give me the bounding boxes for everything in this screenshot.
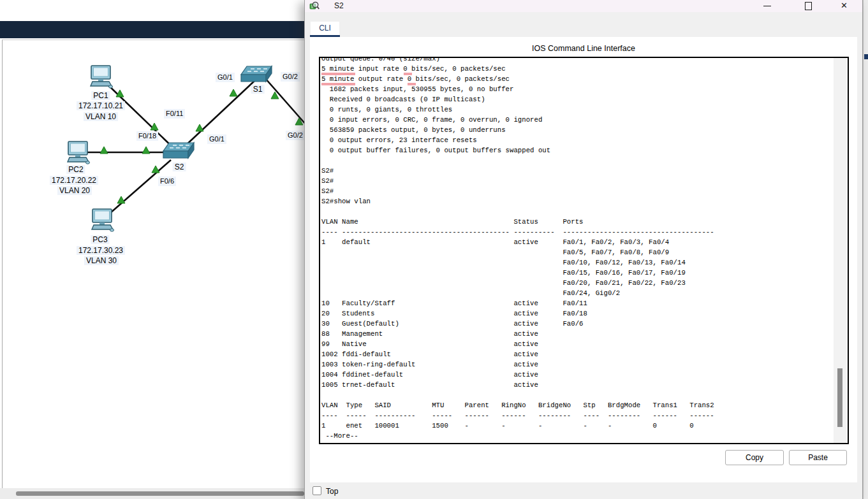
minimize-icon [763, 6, 771, 6]
device-label-pc3: PC3 [91, 235, 109, 244]
device-label-s1: S1 [251, 85, 265, 94]
annotation-underline [404, 73, 412, 75]
link-status-triangle [117, 196, 125, 203]
app-right-edge-accent [864, 54, 868, 59]
window-title: S2 [334, 1, 344, 10]
window-titlebar[interactable]: S2 ✕ [305, 0, 862, 13]
tab-bar: CLI [305, 12, 862, 37]
terminal[interactable]: Output queue: 0/40 (size/max) 5 minute i… [319, 57, 849, 444]
terminal-scrollbar[interactable] [834, 58, 846, 443]
device-ip-pc2: 172.17.20.22 [50, 176, 98, 185]
panel-heading: IOS Command Line Interface [310, 44, 857, 53]
terminal-output: Output queue: 0/40 (size/max) 5 minute i… [321, 57, 714, 441]
annotation-underline [408, 83, 416, 85]
app-right-edge [863, 0, 868, 499]
link-status-triangle [230, 89, 237, 96]
device-s1-icon[interactable] [241, 66, 272, 82]
minimize-button[interactable] [759, 0, 776, 11]
link-pc3-s2[interactable] [110, 160, 171, 213]
device-pc2-icon[interactable] [68, 141, 90, 164]
tab-cli-label: CLI [319, 24, 331, 33]
link-status-triangle [100, 147, 108, 154]
device-s2-icon[interactable] [163, 143, 194, 158]
port-label-s1-g01: G0/1 [216, 73, 235, 82]
toolbar-strip [0, 21, 304, 38]
tab-cli[interactable]: CLI [311, 22, 339, 35]
port-label-f06: F0/6 [158, 177, 176, 186]
port-label-east-g02: G0/2 [286, 131, 305, 140]
copy-button[interactable]: Copy [725, 450, 784, 465]
annotation-underline [321, 83, 355, 85]
link-status-triangle [142, 147, 150, 154]
port-label-s2-g01: G0/1 [207, 134, 226, 144]
link-status-triangle [152, 166, 159, 173]
window-icon [309, 1, 320, 11]
device-vlan-pc1: VLAN 10 [84, 112, 118, 121]
device-label-pc2: PC2 [66, 165, 85, 174]
window-footer: Top [305, 482, 862, 499]
device-pc1-icon[interactable] [91, 66, 113, 88]
packet-tracer-app: PC1 172.17.10.21 VLAN 10 PC2 172.17.20.2… [0, 0, 868, 499]
device-label-pc1: PC1 [91, 91, 110, 100]
device-ip-pc3: 172.17.30.23 [77, 246, 125, 255]
port-label-f011: F0/11 [164, 109, 185, 119]
paste-button[interactable]: Paste [789, 450, 847, 465]
cli-panel: IOS Command Line Interface Output queue:… [310, 37, 857, 482]
maximize-icon [805, 2, 812, 10]
port-label-s1-g02: G0/2 [281, 72, 300, 82]
horizontal-scrollbar-thumb[interactable] [16, 491, 304, 496]
close-icon: ✕ [841, 1, 848, 10]
maximize-button[interactable] [800, 0, 816, 11]
device-ip-pc1: 172.17.10.21 [77, 101, 125, 110]
link-status-triangle [196, 124, 203, 131]
close-button[interactable]: ✕ [837, 0, 853, 11]
cli-window: S2 ✕ CLI IOS Command Line Interface Outp… [304, 0, 863, 499]
device-vlan-pc2: VLAN 20 [57, 186, 92, 195]
device-vlan-pc3: VLAN 30 [84, 256, 119, 265]
annotation-underline [321, 73, 355, 75]
port-label-f018: F0/18 [136, 131, 158, 141]
device-pc3-icon[interactable] [92, 209, 114, 231]
top-checkbox[interactable] [313, 486, 321, 495]
top-checkbox-label: Top [326, 487, 338, 496]
terminal-scrollbar-thumb[interactable] [837, 368, 842, 427]
device-label-s2: S2 [173, 163, 186, 171]
link-s1-east[interactable] [265, 78, 307, 126]
